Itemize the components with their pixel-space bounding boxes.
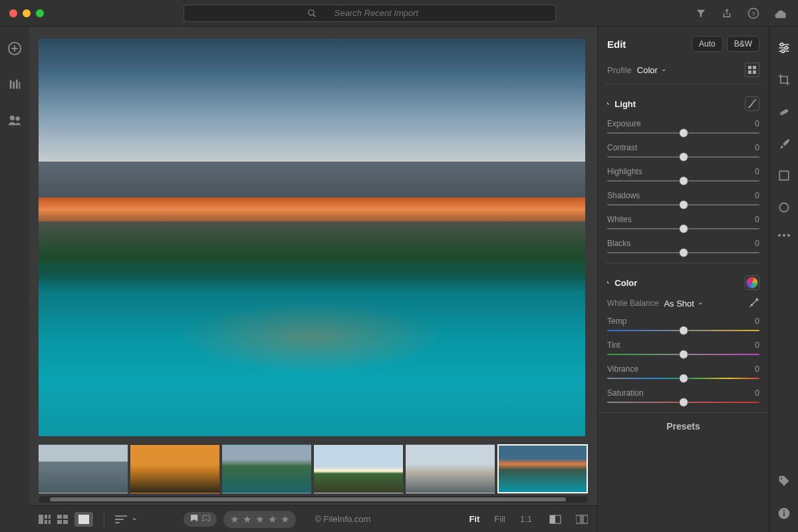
svg-rect-10 [49,515,51,519]
search-input[interactable] [321,8,433,18]
slider-blacks[interactable]: Blacks0 [607,239,759,253]
star-icon: ★ [230,513,239,525]
cloud-sync-icon[interactable] [774,7,789,19]
eyedropper-icon[interactable] [749,298,759,309]
svg-rect-8 [45,515,47,519]
slider-label: Vibrance [607,364,638,374]
crop-icon[interactable] [777,73,791,86]
slider-track[interactable] [607,402,759,403]
slider-label: Shadows [607,191,640,200]
keywords-icon[interactable] [777,475,791,488]
presets-button[interactable]: Presets [598,412,769,439]
rating-pill[interactable]: ★ ★ ★ ★ ★ [223,511,296,528]
slider-tint[interactable]: Tint0 [607,340,759,355]
filmstrip-scrollbar[interactable] [39,496,588,503]
slider-exposure[interactable]: Exposure0 [607,119,759,134]
zoom-fill[interactable]: Fill [490,514,509,524]
slider-whites[interactable]: Whites0 [607,215,759,229]
linear-gradient-icon[interactable] [777,169,791,182]
radial-gradient-icon[interactable] [777,201,791,214]
slider-track[interactable] [607,354,759,355]
slider-knob[interactable] [679,224,688,233]
zoom-1to1[interactable]: 1:1 [516,514,536,524]
slider-knob[interactable] [679,326,688,335]
slider-knob[interactable] [679,248,688,257]
healing-brush-icon[interactable] [777,105,791,118]
sharing-icon[interactable] [7,113,22,128]
single-view-icon[interactable] [74,512,93,527]
slider-knob[interactable] [679,152,688,162]
svg-rect-22 [748,66,751,69]
svg-point-39 [783,510,784,511]
zoom-fit[interactable]: Fit [465,514,483,524]
svg-line-1 [313,14,315,17]
add-photos-icon[interactable] [7,41,22,56]
slider-highlights[interactable]: Highlights0 [607,167,759,182]
sort-group[interactable]: › [115,515,136,524]
info-icon[interactable] [777,507,791,520]
thumbnail[interactable] [497,444,588,493]
svg-rect-15 [63,520,68,524]
maximize-window-button[interactable] [36,9,44,17]
thumbnail[interactable] [39,444,128,493]
slider-knob[interactable] [679,398,688,407]
slider-track[interactable] [607,228,759,229]
thumbnail[interactable] [222,444,311,493]
show-original-icon[interactable] [549,515,561,524]
search-icon [307,9,317,18]
color-section-header[interactable]: › Color [607,275,759,290]
grid-icon[interactable] [57,515,68,524]
color-mixer-button[interactable] [745,275,759,290]
slider-vibrance[interactable]: Vibrance0 [607,364,759,379]
chevron-down-icon: › [697,302,704,304]
filter-icon[interactable] [696,8,706,19]
slider-track[interactable] [607,378,759,379]
bw-button[interactable]: B&W [727,36,759,52]
search-bar[interactable] [184,5,556,22]
main-area: › ★ ★ ★ ★ ★ © FileInfo.com Fit Fill 1:1 [0,27,798,532]
more-tools-icon[interactable] [777,233,791,238]
close-window-button[interactable] [9,9,17,17]
help-icon[interactable]: ? [747,7,759,19]
slider-track[interactable] [607,252,759,253]
slider-knob[interactable] [679,350,688,359]
light-section-header[interactable]: › Light [607,96,759,111]
compare-icon[interactable] [576,514,588,525]
slider-temp[interactable]: Temp0 [607,317,759,331]
slider-track[interactable] [607,132,759,134]
slider-saturation[interactable]: Saturation0 [607,388,759,403]
slider-track[interactable] [607,330,759,331]
slider-track[interactable] [607,180,759,182]
slider-knob[interactable] [679,200,688,209]
chevron-down-icon: › [605,100,612,107]
slider-value: 0 [755,167,759,176]
auto-button[interactable]: Auto [692,36,723,52]
presets-label: Presets [666,421,700,432]
white-balance-row[interactable]: White Balance As Shot › [607,298,759,309]
edit-sliders-icon[interactable] [777,41,791,55]
wb-value: As Shot [664,299,694,309]
slider-label: Exposure [607,119,641,128]
canvas-area [29,27,597,442]
slider-knob[interactable] [679,176,688,186]
thumbnail[interactable] [314,444,403,493]
thumbnail[interactable] [130,444,219,493]
slider-shadows[interactable]: Shadows0 [607,191,759,205]
flag-pill[interactable] [184,512,217,527]
tone-curve-button[interactable] [745,96,759,111]
slider-contrast[interactable]: Contrast0 [607,143,759,158]
slider-track[interactable] [607,204,759,205]
my-photos-icon[interactable] [7,77,22,92]
minimize-window-button[interactable] [23,9,31,17]
share-icon[interactable] [721,7,733,19]
slider-knob[interactable] [679,374,688,383]
brush-icon[interactable] [777,137,791,150]
profile-browser-button[interactable] [745,63,759,77]
slider-track[interactable] [607,156,759,158]
profile-row[interactable]: Profile Color › [607,63,759,77]
slider-knob[interactable] [679,128,688,138]
main-photo[interactable] [39,39,585,436]
svg-rect-12 [57,515,62,519]
thumbnail[interactable] [406,444,495,493]
grid-wide-icon[interactable] [39,515,51,524]
